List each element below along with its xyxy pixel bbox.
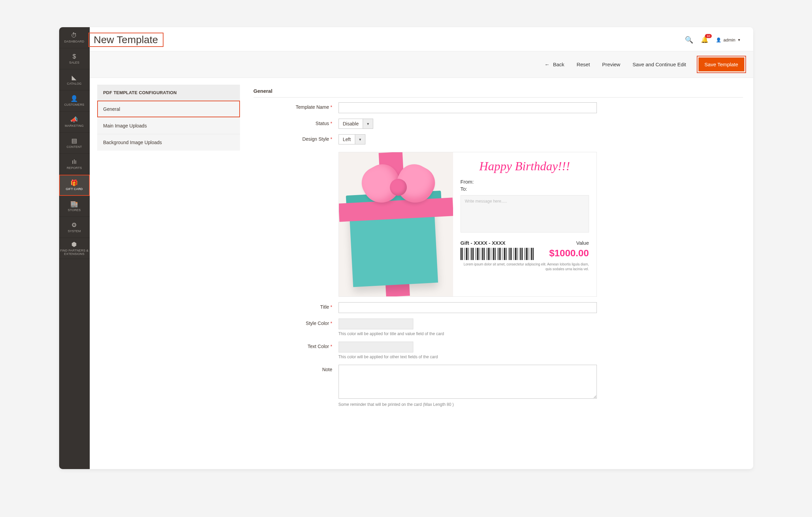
field-label: Text Color bbox=[308, 344, 329, 349]
note-textarea[interactable] bbox=[339, 365, 597, 399]
config-panel-title: PDF TEMPLATE CONFIGURATION bbox=[97, 85, 240, 101]
preview-amount: $1000.00 bbox=[549, 248, 589, 259]
field-preview: Happy Birthday!!! From: To: Write messag… bbox=[254, 150, 743, 297]
preview-gift-code: Gift - XXXX - XXXX bbox=[461, 240, 506, 246]
sidebar-item-label: REPORTS bbox=[67, 166, 82, 170]
preview-to-label: To: bbox=[461, 186, 589, 192]
field-design-style: Design Style* Left ▼ bbox=[254, 134, 743, 144]
sidebar-item-label: CATALOG bbox=[67, 82, 82, 85]
field-template-name: Template Name* bbox=[254, 102, 743, 113]
sidebar-item-label: GIFT CARD bbox=[66, 187, 83, 191]
search-icon[interactable]: 🔍 bbox=[685, 36, 693, 44]
bars-icon: ılı bbox=[72, 159, 77, 165]
field-label: Style Color bbox=[306, 321, 329, 326]
save-continue-button[interactable]: Save and Continue Edit bbox=[633, 62, 686, 67]
page-title: New Template bbox=[89, 33, 163, 46]
reset-button[interactable]: Reset bbox=[576, 62, 590, 67]
preview-image bbox=[339, 152, 453, 296]
admin-account-dropdown[interactable]: 👤 admin ▼ bbox=[716, 37, 741, 42]
person-icon: 👤 bbox=[70, 96, 78, 102]
sidebar-item-content[interactable]: ▤CONTENT bbox=[59, 133, 90, 154]
sidebar-item-marketing[interactable]: 📣MARKETING bbox=[59, 111, 90, 133]
sidebar-item-system[interactable]: ⚙SYSTEM bbox=[59, 217, 90, 238]
field-label: Title bbox=[320, 304, 329, 310]
status-select[interactable]: Disable ▼ bbox=[339, 119, 374, 129]
sidebar-item-dashboard[interactable]: ⏱DASHBOARD bbox=[59, 27, 90, 48]
field-status: Status* Disable ▼ bbox=[254, 119, 743, 129]
sidebar-item-sales[interactable]: $SALES bbox=[59, 48, 90, 69]
store-icon: 🏬 bbox=[70, 201, 78, 207]
config-tab-general[interactable]: General bbox=[97, 101, 240, 117]
giftcard-preview: Happy Birthday!!! From: To: Write messag… bbox=[339, 152, 597, 297]
required-marker: * bbox=[330, 136, 332, 142]
action-toolbar: Back Reset Preview Save and Continue Edi… bbox=[90, 51, 753, 78]
config-tab-main-image[interactable]: Main Image Uploads bbox=[97, 117, 240, 134]
sidebar-item-gift-card[interactable]: 🎁GIFT CARD bbox=[59, 175, 90, 196]
chevron-down-icon: ▼ bbox=[355, 135, 365, 144]
field-hint: This color will be applied for title and… bbox=[339, 331, 444, 336]
preview-headline: Happy Birthday!!! bbox=[461, 159, 589, 173]
preview-side: Happy Birthday!!! From: To: Write messag… bbox=[453, 152, 597, 296]
dollar-icon: $ bbox=[72, 53, 76, 59]
preview-button[interactable]: Preview bbox=[602, 62, 620, 67]
text-color-input[interactable] bbox=[339, 342, 413, 352]
config-panel: PDF TEMPLATE CONFIGURATION General Main … bbox=[97, 85, 240, 459]
select-value: Disable bbox=[339, 119, 363, 128]
field-hint: Some reminder that will be printed on th… bbox=[339, 402, 597, 407]
back-button[interactable]: Back bbox=[545, 62, 564, 67]
sidebar-item-label: CUSTOMERS bbox=[64, 103, 84, 106]
required-marker: * bbox=[330, 104, 332, 110]
field-label: Note bbox=[322, 367, 332, 372]
template-name-input[interactable] bbox=[339, 102, 597, 113]
field-label: Template Name bbox=[296, 104, 329, 110]
preview-from-label: From: bbox=[461, 179, 589, 185]
sidebar-item-customers[interactable]: 👤CUSTOMERS bbox=[59, 90, 90, 111]
gift-icon: 🎁 bbox=[70, 180, 78, 186]
save-template-button[interactable]: Save Template bbox=[698, 57, 744, 71]
admin-sidebar: ⏱DASHBOARD $SALES ◣CATALOG 👤CUSTOMERS 📣M… bbox=[59, 27, 90, 469]
required-marker: * bbox=[330, 121, 332, 126]
form-panel: General Template Name* Status* Disable ▼ bbox=[254, 85, 743, 459]
sidebar-item-label: SALES bbox=[69, 61, 79, 64]
megaphone-icon: 📣 bbox=[70, 117, 78, 123]
design-style-select[interactable]: Left ▼ bbox=[339, 134, 365, 144]
sidebar-item-label: CONTENT bbox=[67, 145, 82, 149]
sidebar-item-stores[interactable]: 🏬STORES bbox=[59, 196, 90, 217]
section-title: General bbox=[254, 88, 743, 98]
title-input[interactable] bbox=[339, 302, 597, 313]
select-value: Left bbox=[339, 135, 355, 144]
sidebar-item-label: DASHBOARD bbox=[64, 40, 84, 43]
sidebar-item-label: MARKETING bbox=[65, 124, 84, 127]
notifications-button[interactable]: 🔔 10 bbox=[701, 36, 708, 44]
config-tab-background-image[interactable]: Background Image Uploads bbox=[97, 134, 240, 151]
sidebar-item-label: STORES bbox=[68, 208, 81, 212]
sidebar-item-partners[interactable]: ⬢FIND PARTNERS & EXTENSIONS bbox=[59, 238, 90, 259]
field-hint: This color will be applied for other tex… bbox=[339, 355, 438, 359]
sidebar-item-reports[interactable]: ılıREPORTS bbox=[59, 154, 90, 175]
chevron-down-icon: ▼ bbox=[363, 119, 373, 128]
field-title: Title* bbox=[254, 302, 743, 313]
style-color-input[interactable] bbox=[339, 318, 413, 329]
puzzle-icon: ⬢ bbox=[71, 241, 77, 247]
notif-count: 10 bbox=[705, 34, 712, 38]
title-bar: New Template 🔍 🔔 10 👤 admin ▼ bbox=[90, 27, 753, 51]
field-label: Status bbox=[315, 121, 329, 126]
field-text-color: Text Color* This color will be applied f… bbox=[254, 342, 743, 359]
main-area: New Template 🔍 🔔 10 👤 admin ▼ Back Reset… bbox=[90, 27, 753, 469]
content: PDF TEMPLATE CONFIGURATION General Main … bbox=[90, 78, 753, 469]
preview-value-label: Value bbox=[576, 240, 589, 246]
gear-icon: ⚙ bbox=[71, 222, 77, 228]
preview-message-area: Write message here..... bbox=[461, 195, 589, 232]
user-icon: 👤 bbox=[716, 37, 721, 42]
required-marker: * bbox=[330, 344, 332, 349]
gauge-icon: ⏱ bbox=[71, 32, 77, 38]
pages-icon: ▤ bbox=[71, 138, 77, 144]
field-style-color: Style Color* This color will be applied … bbox=[254, 318, 743, 336]
preview-fineprint: Lorem ipsum dolor sit amet, consectetur … bbox=[461, 262, 589, 272]
title-actions: 🔍 🔔 10 👤 admin ▼ bbox=[685, 36, 741, 44]
sidebar-item-catalog[interactable]: ◣CATALOG bbox=[59, 69, 90, 90]
required-marker: * bbox=[330, 304, 332, 310]
field-label: Design Style bbox=[302, 136, 329, 142]
chevron-down-icon: ▼ bbox=[738, 38, 741, 42]
required-marker: * bbox=[330, 321, 332, 326]
